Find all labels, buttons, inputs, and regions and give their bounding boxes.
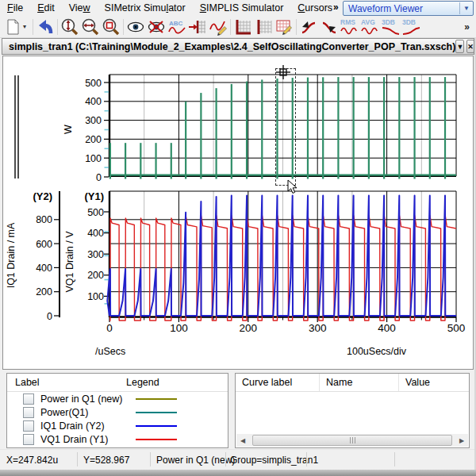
menu-overflow-chevron[interactable]: »	[333, 2, 339, 13]
scroll-right-arrow-icon[interactable]: ▶	[455, 434, 468, 447]
column-name: Name	[320, 374, 399, 391]
window-menu-button[interactable]: ▼	[455, 40, 464, 53]
legend-row: Power(Q1)	[7, 405, 228, 419]
toolbar-overflow-chevron[interactable]: »	[464, 21, 470, 33]
waveform-viewer-window: FileEditViewSIMetrix SimulatorSIMPLIS Si…	[0, 0, 476, 476]
curve-checkbox[interactable]	[23, 434, 34, 445]
top-y-axis-label: W	[63, 125, 74, 134]
zoom-horizontal-button[interactable]	[80, 17, 101, 37]
move-curve-up-button[interactable]	[298, 17, 319, 37]
curve-label[interactable]: IQ1 Drain (Y2)	[40, 420, 129, 432]
legend-panel: Label Legend Power in Q1 (new)Power(Q1)I…	[6, 373, 228, 448]
menu-item-simplis-simulator[interactable]: SIMPLIS Simulator	[193, 1, 291, 15]
toolbar-separator	[230, 19, 231, 35]
x-tick-label: 300	[309, 322, 327, 334]
close-button[interactable]: ✕	[466, 40, 474, 53]
3db-lowpass-button[interactable]: 3DB	[381, 17, 401, 37]
x-div-label: 100uSecs/div	[347, 346, 407, 357]
new-document-button[interactable]	[2, 17, 23, 37]
new-axis-button[interactable]	[253, 17, 274, 37]
y1-tick-label: 100	[87, 291, 104, 302]
y2-axis-id: (Y2)	[33, 190, 52, 202]
chevron-down-icon[interactable]: ▼	[459, 2, 473, 14]
legend-column-label: Label	[7, 377, 126, 388]
rms-button[interactable]: RMS	[340, 17, 360, 37]
mouse-pointer	[287, 179, 298, 195]
y-tick-label: 500	[85, 78, 102, 89]
edit-grid-button[interactable]	[274, 17, 294, 37]
column-value: Value	[399, 374, 469, 391]
curve-checkbox[interactable]	[23, 407, 34, 418]
crosshair-cursor	[276, 65, 290, 79]
svg-text:3DB: 3DB	[382, 18, 395, 26]
curve-label[interactable]: VQ1 Drain (Y1)	[40, 434, 129, 445]
show-curve-button[interactable]	[125, 17, 146, 37]
curve-label[interactable]: Power(Q1)	[40, 407, 129, 418]
legend-panel-header: Label Legend	[7, 374, 228, 392]
waveform-plot-area[interactable]: 0100200300400500W02004006008001002003004…	[2, 56, 474, 370]
new-document-dropdown-arrow[interactable]: ▾	[23, 23, 31, 30]
y2-tick-label: 400	[36, 263, 52, 274]
y2-tick-label: 800	[36, 214, 52, 225]
plot-window-title: simplis_tran1 (C:\Training\Module_2_Exam…	[2, 41, 455, 52]
x-tick-label: 400	[378, 322, 396, 334]
y-tick-label: 300	[85, 115, 102, 126]
toolbar-separator	[33, 19, 33, 35]
curve-checkbox[interactable]	[23, 393, 34, 405]
y1-tick-label: 200	[87, 270, 104, 281]
y1-tick-label: 300	[87, 249, 104, 260]
y1-tick-label: 500	[87, 207, 104, 218]
undo-button[interactable]	[35, 17, 56, 37]
curve-values-panel: Curve label Name Value ◀ ▶	[235, 373, 470, 448]
viewer-mode-combobox[interactable]: Waveform Viewer ▼	[343, 1, 474, 16]
status-bar: X=247.842u Y=528.967 Power in Q1 (new) G…	[0, 449, 476, 470]
selected-curve-name: Power in Q1 (new)	[156, 455, 235, 466]
plot-window-titlebar[interactable]: simplis_tran1 (C:\Training\Module_2_Exam…	[2, 38, 474, 55]
svg-text:AVG: AVG	[361, 18, 375, 26]
legend-column-legend: Legend	[126, 377, 159, 388]
y2-axis-label: IQ1 Drain / mA	[6, 222, 17, 288]
menu-item-simetrix-simulator[interactable]: SIMetrix Simulator	[98, 1, 193, 15]
horizontal-scrollbar[interactable]: ◀ ▶	[236, 434, 468, 447]
legend-row: IQ1 Drain (Y2)	[7, 419, 228, 432]
curve-color-sample	[136, 425, 177, 427]
toolbar: ▾ ABC	[0, 16, 476, 38]
values-panel-header: Curve label Name Value	[236, 374, 469, 392]
menu-item-cursors[interactable]: Cursors	[290, 1, 340, 15]
new-grid-button[interactable]	[232, 17, 253, 37]
y2-tick-label: 0	[47, 311, 52, 322]
menu-item-file[interactable]: File	[0, 1, 30, 15]
menu-item-view[interactable]: View	[62, 1, 98, 15]
scroll-left-arrow-icon[interactable]: ◀	[236, 434, 249, 447]
curve-label[interactable]: Power in Q1 (new)	[40, 393, 129, 405]
curve-color-sample	[136, 398, 177, 400]
zoom-box-button[interactable]	[101, 17, 121, 37]
y1-axis-id: (Y1)	[84, 190, 104, 202]
x-axis-unit-label: /uSecs	[95, 346, 125, 357]
y1-axis-label: VQ1 Drain / V	[64, 231, 75, 293]
move-curve-down-button[interactable]	[319, 17, 340, 37]
annotate-curve-button[interactable]: ABC	[167, 17, 187, 37]
x-tick-label: 100	[170, 322, 188, 334]
scrollbar-thumb[interactable]	[252, 435, 452, 446]
iq1-drain-curve[interactable]	[107, 196, 456, 317]
viewer-mode-label: Waveform Viewer	[344, 3, 459, 14]
curve-color-sample	[136, 412, 177, 413]
toolbar-separator	[57, 19, 58, 35]
hide-curve-button[interactable]	[146, 17, 167, 37]
cursor-y-readout: Y=528.967	[83, 455, 129, 466]
menu-item-edit[interactable]: Edit	[30, 1, 62, 15]
y2-tick-label: 600	[36, 239, 52, 250]
legend-row: VQ1 Drain (Y1)	[7, 432, 228, 446]
legend-row: Power in Q1 (new)	[7, 392, 228, 405]
y-tick-label: 200	[85, 134, 102, 145]
3db-highpass-button[interactable]: 3DB	[401, 17, 422, 37]
menu-bar: FileEditViewSIMetrix SimulatorSIMPLIS Si…	[0, 0, 476, 16]
curve-checkbox[interactable]	[23, 420, 34, 432]
avg-button[interactable]: AVG	[360, 17, 381, 37]
curve-color-sample	[136, 439, 177, 440]
svg-text:ABC: ABC	[169, 20, 183, 27]
zoom-vertical-button[interactable]	[60, 17, 80, 37]
edit-curve-button[interactable]	[208, 17, 228, 37]
add-curve-to-grid-button[interactable]	[187, 17, 208, 37]
